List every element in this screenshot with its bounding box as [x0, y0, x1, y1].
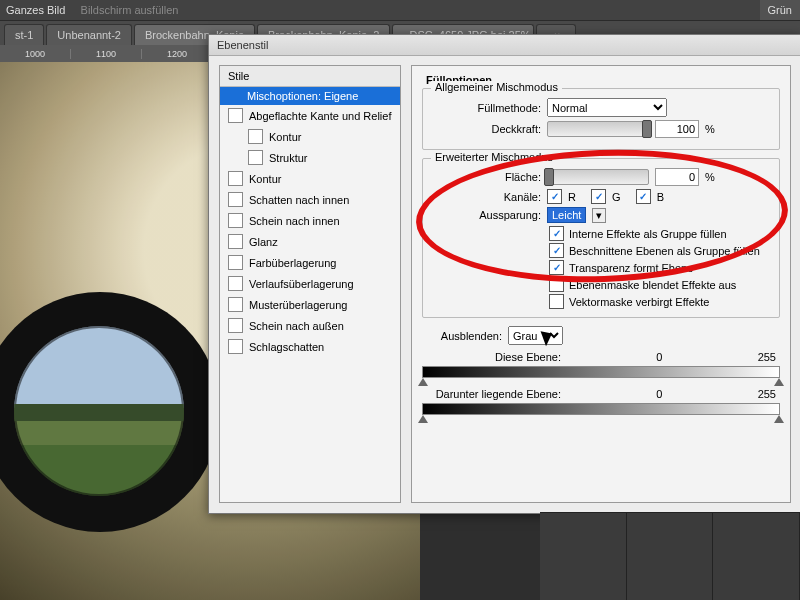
- lens-frame: [0, 292, 220, 532]
- menu-whole-image[interactable]: Ganzes Bild: [6, 4, 65, 16]
- cb-vectormask-hides[interactable]: ✓: [549, 294, 564, 309]
- fill-opacity-value[interactable]: 0: [655, 168, 699, 186]
- styles-list-panel: Stile Mischoptionen: EigeneAbgeflachte K…: [219, 65, 401, 503]
- style-checkbox[interactable]: [228, 108, 243, 123]
- bottom-panels[interactable]: [540, 512, 800, 600]
- style-label: Schatten nach innen: [249, 194, 349, 206]
- style-checkbox[interactable]: [228, 297, 243, 312]
- style-label: Kontur: [269, 131, 301, 143]
- style-row[interactable]: Abgeflachte Kante und Relief: [220, 105, 400, 126]
- style-row[interactable]: Glanz: [220, 231, 400, 252]
- style-row[interactable]: Mischoptionen: Eigene: [220, 87, 400, 105]
- style-row[interactable]: Farbüberlagerung: [220, 252, 400, 273]
- cb-internal-effects[interactable]: ✓: [549, 226, 564, 241]
- under-layer-slider[interactable]: [422, 403, 780, 415]
- style-checkbox[interactable]: [248, 129, 263, 144]
- fill-opacity-label: Fläche:: [431, 171, 541, 183]
- style-label: Kontur: [249, 173, 281, 185]
- fill-opacity-slider[interactable]: [547, 169, 649, 185]
- dialog-title[interactable]: Ebenenstil: [209, 35, 800, 56]
- menu-fill-screen[interactable]: Bildschirm ausfüllen: [81, 4, 179, 16]
- style-label: Glanz: [249, 236, 278, 248]
- style-checkbox[interactable]: [228, 339, 243, 354]
- style-row[interactable]: Schein nach innen: [220, 210, 400, 231]
- app-toolbar: Ganzes Bild Bildschirm ausfüllen: [0, 0, 800, 21]
- style-checkbox[interactable]: [228, 318, 243, 333]
- knockout-select[interactable]: Leicht: [547, 207, 586, 223]
- cb-layermask-hides[interactable]: ✓: [549, 277, 564, 292]
- document-tab[interactable]: Unbenannt-2: [46, 24, 132, 45]
- options-panel: Fülloptionen Allgemeiner Mischmodus Füll…: [411, 65, 791, 503]
- under-layer-label: Darunter liegende Ebene:: [426, 388, 561, 400]
- style-label: Verlaufsüberlagerung: [249, 278, 354, 290]
- styles-header: Stile: [220, 66, 400, 87]
- general-blend-legend: Allgemeiner Mischmodus: [431, 81, 562, 93]
- slider-handle-high[interactable]: [774, 415, 784, 423]
- style-label: Farbüberlagerung: [249, 257, 336, 269]
- opacity-value[interactable]: 100: [655, 120, 699, 138]
- panel-grun[interactable]: Grün: [760, 0, 800, 20]
- lens-view: [14, 326, 184, 496]
- style-row[interactable]: Struktur: [220, 147, 400, 168]
- style-label: Struktur: [269, 152, 308, 164]
- style-label: Musterüberlagerung: [249, 299, 347, 311]
- slider-handle-low[interactable]: [418, 378, 428, 386]
- opacity-label: Deckkraft:: [431, 123, 541, 135]
- style-checkbox[interactable]: [228, 192, 243, 207]
- style-label: Mischoptionen: Eigene: [247, 90, 358, 102]
- cb-clipped-layers[interactable]: ✓: [549, 243, 564, 258]
- opacity-slider[interactable]: [547, 121, 649, 137]
- blend-mode-label: Füllmethode:: [431, 102, 541, 114]
- blendif-select[interactable]: Grau: [508, 326, 563, 345]
- advanced-blend-group: Erweiterter Mischmodus Fläche: 0 % Kanäl…: [422, 158, 780, 318]
- channel-g-checkbox[interactable]: ✓: [591, 189, 606, 204]
- style-checkbox[interactable]: [228, 234, 243, 249]
- style-checkbox[interactable]: [228, 213, 243, 228]
- style-checkbox[interactable]: [228, 255, 243, 270]
- style-checkbox[interactable]: [248, 150, 263, 165]
- layer-style-dialog[interactable]: Ebenenstil Stile Mischoptionen: EigeneAb…: [208, 34, 800, 514]
- this-layer-label: Diese Ebene:: [426, 351, 561, 363]
- style-row[interactable]: Schlagschatten: [220, 336, 400, 357]
- advanced-blend-legend: Erweiterter Mischmodus: [431, 151, 557, 163]
- style-row[interactable]: Verlaufsüberlagerung: [220, 273, 400, 294]
- blend-mode-select[interactable]: Normal: [547, 98, 667, 117]
- slider-handle-high[interactable]: [774, 378, 784, 386]
- style-label: Schein nach außen: [249, 320, 344, 332]
- general-blend-group: Allgemeiner Mischmodus Füllmethode: Norm…: [422, 88, 780, 150]
- style-label: Abgeflachte Kante und Relief: [249, 110, 392, 122]
- channel-b-checkbox[interactable]: ✓: [636, 189, 651, 204]
- style-label: Schlagschatten: [249, 341, 324, 353]
- style-label: Schein nach innen: [249, 215, 340, 227]
- blendif-label: Ausblenden:: [422, 330, 502, 342]
- style-row[interactable]: Kontur: [220, 168, 400, 189]
- channel-r-checkbox[interactable]: ✓: [547, 189, 562, 204]
- style-row[interactable]: Kontur: [220, 126, 400, 147]
- chevron-down-icon[interactable]: ▾: [592, 208, 606, 223]
- knockout-label: Aussparung:: [431, 209, 541, 221]
- styles-list[interactable]: Mischoptionen: EigeneAbgeflachte Kante u…: [220, 87, 400, 502]
- style-checkbox[interactable]: [228, 171, 243, 186]
- style-row[interactable]: Schatten nach innen: [220, 189, 400, 210]
- style-row[interactable]: Musterüberlagerung: [220, 294, 400, 315]
- document-tab[interactable]: st-1: [4, 24, 44, 45]
- channels-label: Kanäle:: [431, 191, 541, 203]
- slider-handle-low[interactable]: [418, 415, 428, 423]
- this-layer-slider[interactable]: [422, 366, 780, 378]
- style-checkbox[interactable]: [228, 276, 243, 291]
- cb-transparency-shapes[interactable]: ✓: [549, 260, 564, 275]
- style-row[interactable]: Schein nach außen: [220, 315, 400, 336]
